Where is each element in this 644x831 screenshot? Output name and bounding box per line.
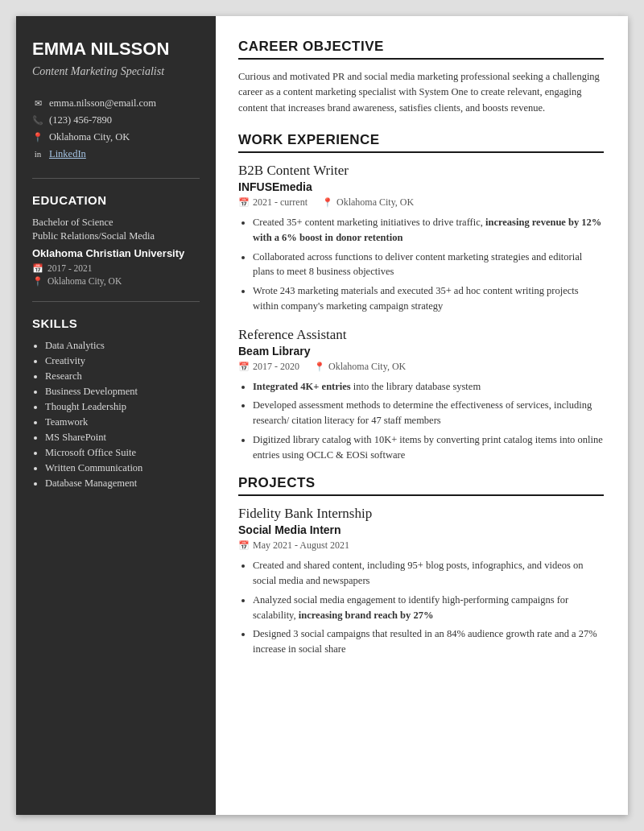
edu-degree: Bachelor of Science <box>32 217 200 229</box>
job-2-location: 📍 Oklahoma City, OK <box>314 361 406 373</box>
bullet-item: Integrated 4K+ entries into the library … <box>253 379 604 395</box>
contact-linkedin[interactable]: in LinkedIn <box>32 148 200 160</box>
job-2-company: Beam Library <box>238 345 604 358</box>
location-icon: 📍 <box>322 197 333 208</box>
left-panel: EMMA NILSSON Content Marketing Specialis… <box>16 16 216 815</box>
bullet-item: Developed assessment methods to determin… <box>253 398 604 428</box>
phone-text: (123) 456-7890 <box>49 114 112 126</box>
bullet-item: Created and shared content, including 95… <box>253 558 604 589</box>
projects-section: PROJECTS Fidelity Bank Internship Social… <box>238 475 604 657</box>
candidate-name: EMMA NILSSON <box>32 39 200 60</box>
resume-container: EMMA NILSSON Content Marketing Specialis… <box>16 16 628 815</box>
right-panel: CAREER OBJECTIVE Curious and motivated P… <box>216 16 628 815</box>
work-experience-header: WORK EXPERIENCE <box>238 132 604 153</box>
career-objective-header: CAREER OBJECTIVE <box>238 39 604 60</box>
linkedin-text[interactable]: LinkedIn <box>49 148 86 160</box>
job-1-location: 📍 Oklahoma City, OK <box>322 196 414 209</box>
project-1-years: 📅 May 2021 - August 2021 <box>238 540 349 552</box>
project-1-bullets: Created and shared content, including 95… <box>238 558 604 657</box>
candidate-title: Content Marketing Specialist <box>32 64 200 79</box>
bullet-item: Collaborated across functions to deliver… <box>253 250 604 280</box>
skill-item: Microsoft Office Suite <box>45 447 200 459</box>
job-1: B2B Content Writer INFUSEmedia 📅 2021 - … <box>238 163 604 314</box>
job-1-title: B2B Content Writer <box>238 163 604 179</box>
project-1-role: Social Media Intern <box>238 523 604 536</box>
bullet-item: Created 35+ content marketing initiative… <box>253 215 604 246</box>
skills-list: Data Analytics Creativity Research Busin… <box>32 340 200 490</box>
job-1-bullets: Created 35+ content marketing initiative… <box>238 215 604 314</box>
location-icon: 📍 <box>314 362 325 372</box>
calendar-icon: 📅 <box>238 540 250 551</box>
project-1-meta: 📅 May 2021 - August 2021 <box>238 540 604 552</box>
calendar-icon: 📅 <box>238 362 250 372</box>
bullet-item: Digitized library catalog with 10K+ item… <box>253 432 604 463</box>
job-2-title: Reference Assistant <box>238 327 604 343</box>
skill-item: Research <box>45 370 200 382</box>
job-2-years: 📅 2017 - 2020 <box>238 361 299 373</box>
bullet-item: Designed 3 social campaigns that resulte… <box>253 626 604 657</box>
skills-section: SKILLS Data Analytics Creativity Researc… <box>32 316 200 490</box>
bullet-item: Wrote 243 marketing materials and execut… <box>253 283 604 314</box>
projects-header: PROJECTS <box>238 475 604 496</box>
linkedin-icon: in <box>32 149 43 159</box>
job-1-meta: 📅 2021 - current 📍 Oklahoma City, OK <box>238 196 604 209</box>
skills-title: SKILLS <box>32 316 200 330</box>
bold-text: increasing brand reach by 27% <box>299 610 434 621</box>
skill-item: Creativity <box>45 355 200 367</box>
skill-item: Written Communication <box>45 462 200 474</box>
location-icon: 📍 <box>32 132 43 143</box>
email-icon: ✉ <box>32 98 43 109</box>
calendar-icon: 📅 <box>32 263 43 274</box>
skill-item: Database Management <box>45 478 200 490</box>
skill-item: Thought Leadership <box>45 401 200 413</box>
job-2-bullets: Integrated 4K+ entries into the library … <box>238 379 604 463</box>
contact-email: ✉ emma.nilsson@email.com <box>32 97 200 110</box>
project-1-title: Fidelity Bank Internship <box>238 506 604 522</box>
job-2: Reference Assistant Beam Library 📅 2017 … <box>238 327 604 463</box>
skill-item: Business Development <box>45 386 200 398</box>
edu-years: 📅 2017 - 2021 <box>32 263 200 274</box>
job-2-meta: 📅 2017 - 2020 📍 Oklahoma City, OK <box>238 361 604 373</box>
skill-item: Data Analytics <box>45 340 200 352</box>
calendar-icon: 📅 <box>238 197 250 208</box>
bullet-item: Analyzed social media engagement to iden… <box>253 593 604 623</box>
education-title: EDUCATION <box>32 193 200 207</box>
email-text: emma.nilsson@email.com <box>49 97 156 110</box>
divider-skills <box>32 301 200 302</box>
job-1-company: INFUSEmedia <box>238 180 604 193</box>
bold-text: increasing revenue by 12% with a 6% boos… <box>253 217 601 243</box>
contact-phone: 📞 (123) 456-7890 <box>32 114 200 126</box>
edu-location: 📍 Oklahoma City, OK <box>32 276 200 287</box>
contact-location: 📍 Oklahoma City, OK <box>32 131 200 143</box>
location-text: Oklahoma City, OK <box>49 131 130 143</box>
bold-text: Integrated 4K+ entries <box>253 381 351 392</box>
phone-icon: 📞 <box>32 115 43 126</box>
education-section: EDUCATION Bachelor of Science Public Rel… <box>32 193 200 287</box>
divider-edu <box>32 178 200 179</box>
job-1-years: 📅 2021 - current <box>238 196 308 209</box>
edu-location-icon: 📍 <box>32 276 43 287</box>
skill-item: Teamwork <box>45 416 200 428</box>
edu-school: Oklahoma Christian University <box>32 247 200 259</box>
edu-field: Public Relations/Social Media <box>32 230 200 242</box>
contact-section: ✉ emma.nilsson@email.com 📞 (123) 456-789… <box>32 97 200 160</box>
skill-item: MS SharePoint <box>45 432 200 444</box>
career-objective-text: Curious and motivated PR and social medi… <box>238 69 604 116</box>
